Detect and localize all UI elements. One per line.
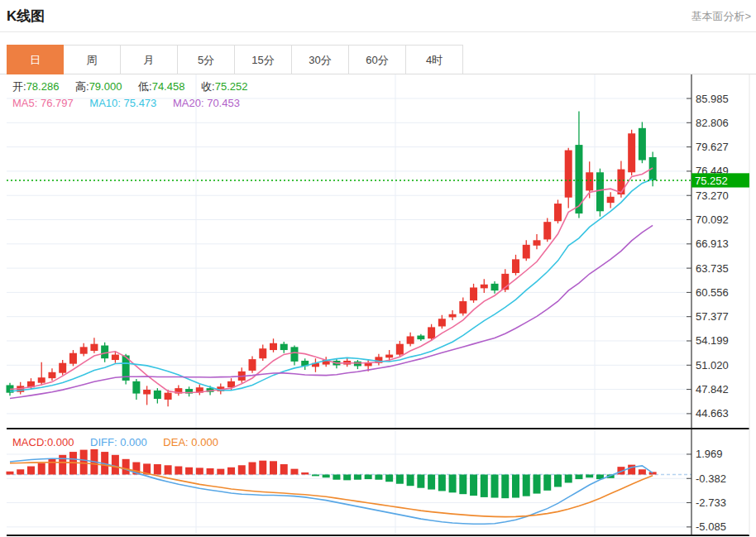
- tab-month[interactable]: 月: [121, 45, 178, 74]
- tab-60min[interactable]: 60分: [349, 45, 406, 74]
- diff-value: DIFF: 0.000: [90, 436, 147, 448]
- ma20-value: MA20: 70.453: [173, 97, 240, 109]
- svg-text:85.985: 85.985: [696, 93, 729, 105]
- ma-info-row: MA5: 76.797 MA10: 75.473 MA20: 70.453: [12, 97, 253, 109]
- svg-text:79.627: 79.627: [696, 141, 729, 153]
- tab-4hour[interactable]: 4时: [406, 45, 463, 74]
- tab-day[interactable]: 日: [7, 45, 64, 74]
- tab-week[interactable]: 周: [64, 45, 121, 74]
- svg-text:70.092: 70.092: [696, 213, 729, 226]
- open-value: 开:78.286: [12, 80, 59, 93]
- svg-text:1.969: 1.969: [696, 448, 723, 460]
- price-axis: 85.98582.80679.62776.44973.27070.09266.9…: [687, 74, 729, 535]
- period-tab-bar: 日 周 月 5分 15分 30分 60分 4时: [0, 45, 756, 74]
- ma-lines-layer: [10, 168, 653, 399]
- low-value: 低:74.458: [138, 80, 184, 93]
- macd-info-row: MACD:0.000 DIFF: 0.000 DEA: 0.000: [12, 436, 232, 448]
- svg-text:57.377: 57.377: [696, 310, 729, 323]
- chart-area: 85.98582.80679.62776.44973.27070.09266.9…: [0, 74, 756, 537]
- ma10-value: MA10: 75.473: [89, 97, 156, 109]
- svg-text:-0.382: -0.382: [696, 472, 726, 485]
- svg-text:63.735: 63.735: [696, 262, 729, 275]
- tab-15min[interactable]: 15分: [235, 45, 292, 74]
- svg-text:75.252: 75.252: [695, 175, 728, 187]
- high-value: 高:79.000: [75, 80, 122, 93]
- kline-page: K线图 基本面分析> 日 周 月 5分 15分 30分 60分 4时 85.98…: [0, 0, 756, 537]
- macd-value: MACD:0.000: [12, 436, 74, 448]
- svg-text:66.913: 66.913: [696, 237, 729, 250]
- svg-text:51.020: 51.020: [696, 359, 729, 372]
- chart-svg[interactable]: 85.98582.80679.62776.44973.27070.09266.9…: [0, 74, 756, 537]
- page-title: K线图: [7, 7, 45, 26]
- svg-text:60.556: 60.556: [696, 286, 729, 299]
- ma5-value: MA5: 76.797: [12, 97, 74, 109]
- svg-text:73.270: 73.270: [696, 189, 729, 202]
- current-price-tag: 75.252: [691, 173, 749, 187]
- dea-value: DEA: 0.000: [163, 436, 218, 448]
- ohlc-info-row: 开:78.286 高:79.000 低:74.458 收:75.252: [12, 79, 261, 94]
- tab-5min[interactable]: 5分: [178, 45, 235, 74]
- svg-text:-2.733: -2.733: [696, 496, 726, 509]
- svg-text:-5.085: -5.085: [696, 520, 726, 533]
- fundamental-analysis-link[interactable]: 基本面分析>: [691, 9, 751, 24]
- svg-text:47.842: 47.842: [696, 383, 729, 396]
- svg-text:82.806: 82.806: [696, 117, 729, 129]
- svg-text:54.199: 54.199: [696, 334, 729, 347]
- svg-text:44.663: 44.663: [696, 407, 729, 420]
- page-header: K线图 基本面分析>: [0, 0, 756, 32]
- tab-30min[interactable]: 30分: [292, 45, 349, 74]
- close-value: 收:75.252: [201, 80, 247, 93]
- macd-histogram-layer: [7, 449, 657, 498]
